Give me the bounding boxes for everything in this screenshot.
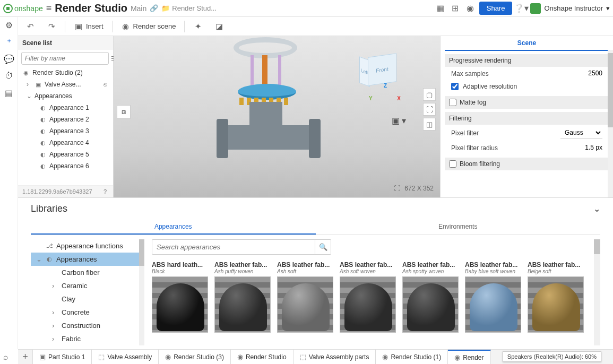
appearance-search-button[interactable]: 🔍 (315, 239, 331, 255)
tree-label: Appearances (56, 255, 97, 263)
crop-icon[interactable]: ⛶ (394, 185, 400, 192)
display-mode-button[interactable]: ◫ (423, 118, 436, 131)
camera-tool-button[interactable]: ◪ (211, 20, 227, 33)
document-tab[interactable]: ⬚Valve Assembly (92, 350, 159, 364)
logo[interactable]: onshape (3, 4, 43, 13)
pixel-radius-input[interactable] (565, 144, 602, 152)
viewport-3d[interactable]: ⧈ Left Front Z Y X ▣ ▾ ▢ ⛶ ◫ ⛶ 672 X 352 (114, 36, 440, 197)
tree-item[interactable]: ›Concrete (31, 306, 144, 319)
branch-label[interactable]: Main (131, 4, 146, 13)
appearance-label: Appearance 4 (49, 139, 89, 146)
help-icon[interactable]: ❔▾ (515, 3, 527, 14)
chevron-icon: › (52, 308, 58, 316)
tree-item[interactable]: ›Construction (31, 319, 144, 332)
learn-icon[interactable]: ◉ (464, 3, 476, 14)
appearance-swatch[interactable]: ABS leather fab...Baby blue soft woven (465, 261, 521, 333)
app-store-icon[interactable]: ▦ (435, 3, 446, 14)
appearance-item[interactable]: ◐Appearance 3 (18, 125, 113, 137)
adaptive-resolution-checkbox[interactable] (451, 83, 459, 90)
history-icon[interactable]: ⏱ (3, 70, 15, 82)
appearance-swatch[interactable]: ABS leather fab...Ash puffy woven (214, 261, 271, 333)
app-header: onshape ≡ Render Studio Main 🔗 📁 Render … (0, 0, 613, 17)
document-tab[interactable]: ◉Render Studio (3) (159, 350, 231, 364)
appearance-swatch[interactable]: ABS leather fab...Ash spotty woven (402, 261, 459, 333)
document-tab[interactable]: ◉Render (448, 350, 490, 364)
document-tab[interactable]: ⬚Valve Assembly parts (293, 350, 376, 364)
appearance-item[interactable]: ◐Appearance 4 (18, 137, 113, 149)
scene-root[interactable]: ◉Render Studio (2) (18, 67, 113, 79)
add-icon[interactable]: ⁺ (3, 36, 15, 48)
tree-item[interactable]: Carbon fiber (31, 266, 144, 279)
swatch-subtitle: Baby blue soft woven (465, 268, 521, 274)
link-icon[interactable]: 🔗 (150, 4, 158, 12)
max-samples-label: Max samples (451, 70, 561, 77)
scene-item-valve[interactable]: ›▣Valve Asse...⎋ (18, 79, 113, 90)
appearance-item[interactable]: ◐Appearance 1 (18, 102, 113, 114)
appearance-swatch[interactable]: ABS leather fab...Beige soft (528, 261, 584, 333)
appearance-item[interactable]: ◐Appearance 2 (18, 114, 113, 125)
document-tab[interactable]: ◉Render Studio (231, 350, 293, 364)
denoiser-button[interactable]: ✦ (190, 20, 206, 33)
tree-scrollbar[interactable] (139, 239, 144, 345)
pixel-filter-select[interactable]: Gauss (560, 127, 602, 138)
redo-icon: ↷ (47, 22, 56, 31)
axis-x: X (397, 96, 401, 101)
insert-button[interactable]: ▣Insert (71, 20, 107, 33)
tab-label: Render Studio (3) (174, 353, 224, 361)
hamburger-icon[interactable]: ≡ (46, 3, 52, 14)
collapse-libraries-icon[interactable]: ⌄ (593, 204, 600, 214)
swatch-scrollbar[interactable] (594, 239, 600, 345)
tab-icon: ▣ (39, 353, 46, 361)
section-view-button[interactable]: ⛶ (423, 103, 436, 116)
search-document-icon[interactable]: ⌕ (3, 352, 8, 362)
tree-item[interactable]: Clay (31, 292, 144, 306)
folder-crumb[interactable]: 📁 Render Stud... (161, 4, 217, 12)
properties-scrollbar[interactable] (608, 50, 613, 197)
help-small-icon[interactable]: ? (101, 188, 109, 195)
render-scene-button[interactable]: ◉Render scene (118, 20, 179, 33)
tree-item[interactable]: ⎇Appearance functions (31, 239, 144, 253)
max-samples-input[interactable] (565, 70, 602, 77)
view-cube-front[interactable]: Front (368, 53, 396, 86)
swatch-name: ABS leather fab... (214, 261, 271, 268)
appearance-item[interactable]: ◐Appearance 5 (18, 149, 113, 160)
appearance-folder-icon: ◐ (46, 256, 53, 263)
comments-icon[interactable]: 💬 (3, 53, 15, 65)
versions-icon[interactable]: ▤ (3, 87, 15, 99)
appearance-swatch[interactable]: ABS leather fab...Ash soft (277, 261, 333, 333)
swatch-thumbnail (528, 276, 584, 333)
camera-frame-button[interactable]: ⧈ (117, 105, 131, 119)
swatch-name: ABS leather fab... (340, 261, 396, 268)
feature-tree-icon[interactable]: ⚙ (3, 19, 15, 31)
appearance-label: Appearance 6 (49, 162, 89, 170)
redo-button[interactable]: ↷ (44, 20, 59, 33)
view-mode-dropdown[interactable]: ▣ ▾ (392, 116, 406, 126)
scene-item-appearances[interactable]: ⌄Appearances (18, 90, 113, 102)
logo-text: onshape (14, 4, 43, 13)
document-tab[interactable]: ▣Part Studio 1 (33, 350, 92, 364)
pin-icon[interactable]: ⎋ (101, 81, 109, 88)
tree-item[interactable]: ⌄◐Appearances (31, 253, 144, 266)
appearance-swatch[interactable]: ABS leather fab...Ash soft woven (340, 261, 396, 333)
tab-label: Valve Assembly (107, 353, 152, 361)
document-tab[interactable]: ◉Render Studio (1) (376, 350, 448, 364)
tab-environments[interactable]: Environments (316, 220, 601, 235)
tree-item[interactable]: ›Ceramic (31, 279, 144, 292)
share-button[interactable]: Share (479, 2, 513, 15)
undo-icon: ↶ (25, 22, 35, 31)
undo-button[interactable]: ↶ (22, 20, 38, 33)
user-menu[interactable]: Onshape Instructor ▾ (530, 3, 610, 14)
appearance-search-input[interactable] (152, 239, 315, 255)
add-app-icon[interactable]: ⊞ (450, 3, 461, 14)
tab-appearances[interactable]: Appearances (31, 220, 316, 235)
appearance-item[interactable]: ◐Appearance 6 (18, 160, 113, 172)
tree-item[interactable]: ›Fabric (31, 332, 144, 345)
add-tab-button[interactable]: + (18, 350, 33, 364)
document-title[interactable]: Render Studio (55, 2, 127, 14)
properties-tab-scene[interactable]: Scene (445, 36, 609, 51)
appearance-swatch[interactable]: ABS hard leath...Black (152, 261, 208, 333)
matte-fog-checkbox[interactable] (449, 99, 456, 106)
bloom-checkbox[interactable] (449, 160, 456, 168)
fit-view-button[interactable]: ▢ (423, 88, 436, 101)
scene-filter-input[interactable] (21, 52, 109, 65)
